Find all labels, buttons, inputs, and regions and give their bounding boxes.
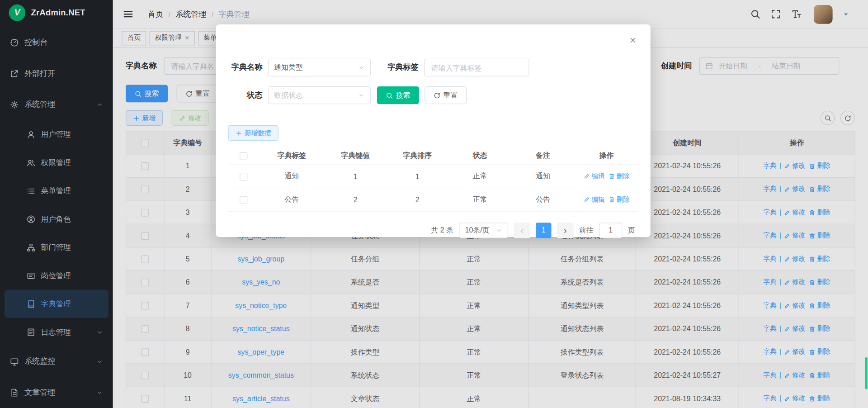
page-number-button[interactable]: 1 [536,223,551,238]
chevron-down-icon [358,64,365,71]
edit-link[interactable]: 编辑 [583,195,605,204]
refresh-icon [434,92,441,99]
search-icon [386,92,393,99]
dict-value-cell: 2 [325,188,387,211]
modal-search-button[interactable]: 搜索 [377,86,419,104]
trash-icon [608,196,615,203]
next-page-button[interactable]: › [557,223,574,238]
column-header: 操作 [575,147,638,164]
row-checkbox[interactable] [240,196,247,204]
edit-icon [583,173,590,180]
dict-value-cell: 1 [325,165,387,188]
delete-link[interactable]: 删除 [608,195,630,204]
dict-label-cell: 通知 [259,165,324,188]
add-data-label: 新增数据 [245,128,271,138]
dict-label-cell: 公告 [259,188,324,211]
dict-sort-cell: 1 [387,165,448,188]
dict-name-label: 字典名称 [228,62,262,72]
modal-reset-button[interactable]: 重置 [425,86,467,104]
goto-page-input[interactable] [599,223,622,238]
column-header: 状态 [448,147,512,164]
page-size-value: 10条/页 [465,225,490,235]
column-header: 字典键值 [325,147,387,164]
dict-name-select-value: 通知类型 [274,62,303,72]
pagination-total: 共 2 条 [431,225,453,235]
select-all-checkbox[interactable] [240,152,247,160]
delete-link[interactable]: 删除 [608,171,630,181]
dict-data-table: 字典标签字典键值字典排序状态备注操作通知11正常通知编辑删除公告22正常公告编辑… [228,147,638,211]
status-cell: 正常 [448,188,512,211]
modal-filter-row-1: 字典名称 通知类型 字典标签 [228,59,635,76]
modal-search-label: 搜索 [396,90,410,100]
status-select[interactable]: 数据状态 [268,86,371,104]
dict-label-label: 字典标签 [384,62,419,72]
add-data-button[interactable]: 新增数据 [228,125,278,141]
chevron-down-icon [495,227,502,233]
goto-label: 前往 [579,225,594,235]
edit-icon [583,196,590,203]
edit-link[interactable]: 编辑 [583,171,605,181]
close-icon[interactable]: × [630,34,636,45]
column-header: 备注 [511,147,575,164]
status-select-placeholder: 数据状态 [274,90,303,100]
dict-data-dialog: × 字典名称 通知类型 字典标签 状态 数据状态 搜索 重置 新增数据 字典标签… [216,24,651,237]
chevron-down-icon [358,92,365,99]
remark-cell: 公告 [511,188,575,211]
table-row: 公告22正常公告编辑删除 [228,188,638,211]
dict-label-input[interactable] [424,59,529,76]
pagination: 共 2 条 10条/页 ‹ 1 › 前往 页 [228,223,635,238]
plus-icon [235,129,242,137]
dict-name-select[interactable]: 通知类型 [268,59,371,76]
row-checkbox[interactable] [240,173,247,180]
column-header: 字典标签 [259,147,324,164]
remark-cell: 通知 [511,165,575,188]
prev-page-button[interactable]: ‹ [514,223,530,238]
app-root: V ZrAdmin.NET 控制台外部打开系统管理用户管理权限管理菜单管理用户角… [0,0,868,408]
status-label: 状态 [228,90,262,100]
trash-icon [608,173,615,180]
column-header: 字典排序 [387,147,448,164]
dict-sort-cell: 2 [387,188,448,211]
scrollbar-thumb[interactable] [865,357,868,389]
page-unit-label: 页 [628,225,635,235]
status-cell: 正常 [448,165,512,188]
table-row: 通知11正常通知编辑删除 [228,165,638,188]
modal-reset-label: 重置 [443,90,458,100]
modal-filter-row-2: 状态 数据状态 搜索 重置 [228,86,635,104]
page-size-select[interactable]: 10条/页 [459,223,508,238]
table-header-row: 字典标签字典键值字典排序状态备注操作 [228,147,638,164]
